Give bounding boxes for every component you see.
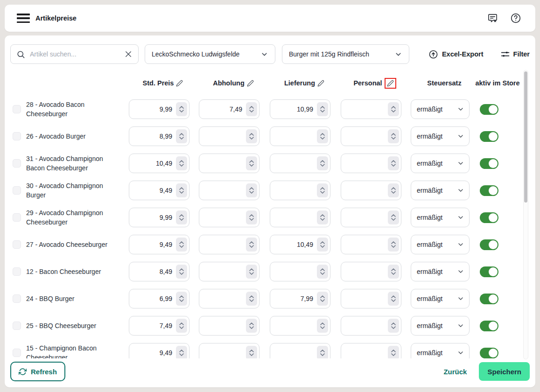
save-button[interactable]: Speichern — [479, 362, 530, 381]
tax-select[interactable]: ermäßigt — [411, 235, 470, 254]
stepper-icon[interactable] — [317, 102, 328, 116]
category-select[interactable]: Burger mit 125g Rindfleisch — [282, 44, 409, 64]
tax-select[interactable]: ermäßigt — [411, 99, 470, 119]
stepper-icon[interactable] — [176, 265, 187, 279]
table-row: 26 - Avocado Burgerermäßigt — [5, 123, 521, 150]
tax-select[interactable]: ermäßigt — [411, 343, 470, 358]
stepper-icon[interactable] — [388, 156, 399, 170]
stepper-icon[interactable] — [176, 346, 187, 358]
help-icon[interactable] — [510, 13, 521, 24]
stepper-icon[interactable] — [246, 346, 257, 358]
clear-icon[interactable] — [124, 50, 133, 58]
stepper-icon[interactable] — [176, 292, 187, 306]
stepper-icon[interactable] — [176, 102, 187, 116]
feedback-icon[interactable] — [487, 13, 498, 24]
article-name: 30 - Avocado Champignon Burger — [23, 181, 128, 200]
active-toggle[interactable] — [480, 131, 498, 142]
back-button[interactable]: Zurück — [443, 368, 467, 376]
row-checkbox[interactable] — [13, 267, 21, 276]
active-toggle[interactable] — [480, 321, 498, 331]
active-toggle[interactable] — [480, 185, 498, 196]
stepper-icon[interactable] — [388, 292, 399, 306]
stepper-icon[interactable] — [388, 319, 399, 333]
active-toggle[interactable] — [480, 212, 498, 223]
pencil-icon[interactable] — [247, 80, 254, 87]
topbar-icons — [487, 13, 521, 24]
scrollbar[interactable] — [523, 70, 528, 359]
stepper-icon[interactable] — [317, 183, 328, 197]
stepper-icon[interactable] — [246, 265, 257, 279]
stepper-icon[interactable] — [388, 238, 399, 252]
tax-select[interactable]: ermäßigt — [411, 289, 470, 308]
tax-select[interactable]: ermäßigt — [411, 316, 470, 336]
row-checkbox[interactable] — [13, 186, 21, 195]
stepper-icon[interactable] — [176, 238, 187, 252]
filter-icon — [500, 49, 510, 59]
stepper-icon[interactable] — [246, 156, 257, 170]
stepper-icon[interactable] — [317, 319, 328, 333]
stepper-icon[interactable] — [388, 183, 399, 197]
stepper-icon[interactable] — [176, 183, 187, 197]
stepper-icon[interactable] — [317, 265, 328, 279]
row-checkbox[interactable] — [13, 240, 21, 249]
stepper-icon[interactable] — [246, 129, 257, 143]
stepper-icon[interactable] — [317, 346, 328, 358]
excel-export-button[interactable]: Excel-Export — [428, 49, 484, 59]
tax-select[interactable]: ermäßigt — [411, 262, 470, 281]
pencil-icon[interactable] — [317, 80, 324, 87]
pencil-icon[interactable] — [385, 78, 396, 89]
active-toggle[interactable] — [480, 104, 498, 115]
row-checkbox[interactable] — [13, 105, 21, 113]
stepper-icon[interactable] — [176, 319, 187, 333]
refresh-button[interactable]: Refresh — [10, 362, 65, 381]
scrollbar-thumb[interactable] — [524, 71, 527, 203]
stepper-icon[interactable] — [246, 210, 257, 224]
chevron-down-icon — [457, 133, 464, 140]
stepper-icon[interactable] — [246, 292, 257, 306]
tax-select[interactable]: ermäßigt — [411, 126, 470, 146]
active-toggle[interactable] — [480, 348, 498, 358]
stepper-icon[interactable] — [317, 292, 328, 306]
chevron-down-icon — [457, 214, 464, 221]
row-checkbox[interactable] — [13, 213, 21, 222]
stepper-icon[interactable] — [388, 102, 399, 116]
stepper-icon[interactable] — [388, 265, 399, 279]
store-select[interactable]: LeckoSchmecko Ludwigsfelde — [145, 44, 275, 64]
stepper-icon[interactable] — [246, 183, 257, 197]
stepper-icon[interactable] — [317, 238, 328, 252]
article-name: 29 - Avocado Champignon Cheeseburger — [23, 208, 128, 227]
stepper-icon[interactable] — [317, 156, 328, 170]
article-name: 25 - BBQ Cheeseburger — [23, 321, 128, 330]
main-panel: LeckoSchmecko Ludwigsfelde Burger mit 12… — [5, 35, 535, 387]
column-header-lieferung: Lieferung — [269, 79, 340, 87]
stepper-icon[interactable] — [388, 210, 399, 224]
active-toggle[interactable] — [480, 239, 498, 250]
tax-select[interactable]: ermäßigt — [411, 181, 470, 200]
stepper-icon[interactable] — [176, 156, 187, 170]
row-checkbox[interactable] — [13, 132, 21, 140]
active-toggle[interactable] — [480, 266, 498, 277]
row-checkbox[interactable] — [13, 159, 21, 168]
upload-icon — [428, 49, 438, 59]
stepper-icon[interactable] — [176, 210, 187, 224]
page-title: Artikelpreise — [35, 14, 77, 22]
tax-select[interactable]: ermäßigt — [411, 208, 470, 227]
row-checkbox[interactable] — [13, 349, 21, 357]
tax-select[interactable]: ermäßigt — [411, 154, 470, 173]
active-toggle[interactable] — [480, 294, 498, 304]
row-checkbox[interactable] — [13, 294, 21, 303]
active-toggle[interactable] — [480, 158, 498, 169]
menu-icon[interactable] — [17, 14, 30, 23]
row-checkbox[interactable] — [13, 322, 21, 330]
stepper-icon[interactable] — [246, 319, 257, 333]
stepper-icon[interactable] — [246, 238, 257, 252]
stepper-icon[interactable] — [317, 210, 328, 224]
stepper-icon[interactable] — [246, 102, 257, 116]
stepper-icon[interactable] — [176, 129, 187, 143]
stepper-icon[interactable] — [388, 129, 399, 143]
filter-button[interactable]: Filter — [500, 49, 530, 59]
search-input[interactable] — [30, 50, 119, 58]
stepper-icon[interactable] — [388, 346, 399, 358]
stepper-icon[interactable] — [317, 129, 328, 143]
pencil-icon[interactable] — [176, 80, 183, 87]
